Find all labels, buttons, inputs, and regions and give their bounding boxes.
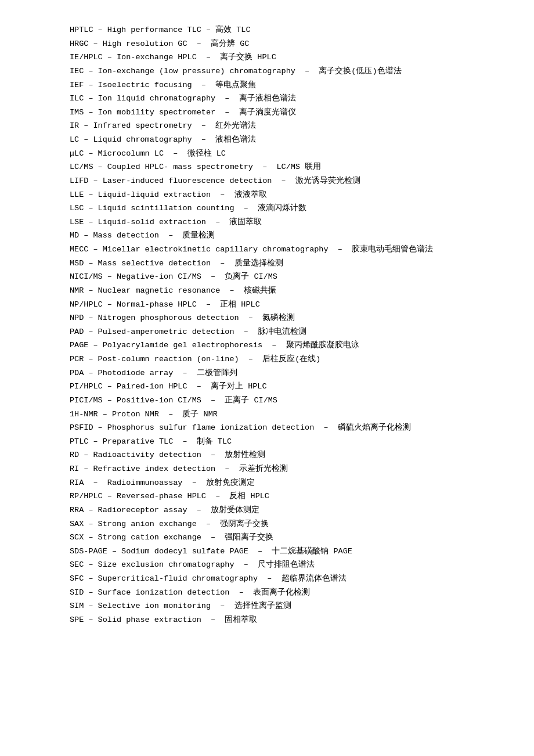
abbreviation-entry-lse: LSE – Liquid-solid extraction – 液固萃取 [70, 215, 499, 229]
abbreviation-entry-pi-hplc: PI/HPLC – Paired-ion HPLC – 离子对上 HPLC [70, 380, 499, 394]
abbreviation-entry-ptlc: PTLC – Preparative TLC – 制备 TLC [70, 435, 499, 449]
abbreviation-entry-lc: LC – Liquid chromatography – 液相色谱法 [70, 133, 499, 147]
abbreviation-entry-np-hplc: NP/HPLC – Normal-phase HPLC – 正相 HPLC [70, 298, 499, 312]
abbreviation-entry-lsc: LSC – Liquid scintillation counting – 液滴… [70, 201, 499, 215]
abbreviation-entry-1h-nmr: 1H-NMR – Proton NMR – 质子 NMR [70, 408, 499, 422]
abbreviation-entry-ie-hplc: IE/HPLC – Ion-exchange HPLC – 离子交换 HPLC [70, 51, 499, 64]
abbreviations-list: HPTLC – High performance TLC – 高效 TLCHRG… [70, 23, 499, 627]
abbreviation-entry-sid: SID – Surface ionization detection – 表面离… [70, 586, 499, 600]
abbreviation-entry-ief: IEF – Isoelectric focusing – 等电点聚焦 [70, 78, 499, 92]
abbreviation-entry-mecc: MECC – Micellar electrokinetic capillary… [70, 243, 499, 257]
abbreviation-entry-ir: IR – Infrared spectrometry – 红外光谱法 [70, 119, 499, 133]
abbreviation-entry-nmr: NMR – Nuclear magnetic resonance – 核磁共振 [70, 284, 499, 298]
abbreviation-entry-md: MD – Mass detection – 质量检测 [70, 229, 499, 243]
abbreviation-entry-rd: RD – Radioactivity detection – 放射性检测 [70, 448, 499, 462]
abbreviation-entry-pda: PDA – Photodiode array – 二极管阵列 [70, 366, 499, 380]
abbreviation-entry-ria: RIA – Radioimmunoassay – 放射免疫测定 [70, 476, 499, 490]
abbreviation-entry-msd: MSD – Mass selective detection – 质量选择检测 [70, 257, 499, 271]
abbreviation-entry-iec: IEC – Ion-exchange (low pressure) chroma… [70, 64, 499, 78]
abbreviation-entry-lle: LLE – Liquid-liquid extraction – 液液萃取 [70, 188, 499, 202]
abbreviation-entry-ulc: μLC – Microcolumn LC – 微径柱 LC [70, 147, 499, 161]
abbreviation-entry-sfc: SFC – Supercritical-fluid chromatography… [70, 572, 499, 586]
abbreviation-entry-pad: PAD – Pulsed-amperometric detection – 脉冲… [70, 325, 499, 339]
abbreviation-entry-nici-ms: NICI/MS – Negative-ion CI/MS – 负离子 CI/MS [70, 270, 499, 284]
abbreviation-entry-ri: RI – Refractive index detection – 示差折光检测 [70, 462, 499, 476]
abbreviation-entry-scx: SCX – Strong cation exchange – 强阳离子交换 [70, 531, 499, 545]
abbreviation-entry-rp-hplc: RP/HPLC – Reversed-phase HPLC – 反相 HPLC [70, 489, 499, 503]
abbreviation-entry-psfid: PSFID – Phosphorus sulfur flame ionizati… [70, 421, 499, 435]
abbreviation-entry-npd: NPD – Nitrogen phosphorous detection – 氮… [70, 311, 499, 325]
abbreviation-entry-lcms: LC/MS – Coupled HPLC- mass spectrometry … [70, 160, 499, 174]
abbreviation-entry-pici-ms: PICI/MS – Positive-ion CI/MS – 正离子 CI/MS [70, 394, 499, 408]
abbreviation-entry-pcr: PCR – Post-column reaction (on-line) – 后… [70, 352, 499, 366]
abbreviation-entry-hrgc: HRGC – High resolution GC – 高分辨 GC [70, 37, 499, 51]
abbreviation-entry-spe: SPE – Solid phase extraction – 固相萃取 [70, 613, 499, 627]
abbreviation-entry-sax: SAX – Strong anion exchange – 强阴离子交换 [70, 517, 499, 531]
abbreviation-entry-page: PAGE – Polyacrylamide gel electrophoresi… [70, 339, 499, 352]
abbreviation-entry-sim: SIM – Selective ion monitoring – 选择性离子监测 [70, 599, 499, 613]
abbreviation-entry-rra: RRA – Radioreceptor assay – 放射受体测定 [70, 503, 499, 517]
abbreviation-entry-sds-page: SDS-PAGE – Sodium dodecyl sulfate PAGE –… [70, 545, 499, 559]
abbreviation-entry-ilc: ILC – Ion liquid chromatography – 离子液相色谱… [70, 92, 499, 106]
abbreviation-entry-ims: IMS – Ion mobility spectrometer – 离子淌度光谱… [70, 106, 499, 120]
abbreviation-entry-hptlc: HPTLC – High performance TLC – 高效 TLC [70, 23, 499, 37]
abbreviation-entry-lifd: LIFD – Laser-induced fluorescence detect… [70, 174, 499, 188]
abbreviation-entry-sec: SEC – Size exclusion chromatography – 尺寸… [70, 558, 499, 572]
